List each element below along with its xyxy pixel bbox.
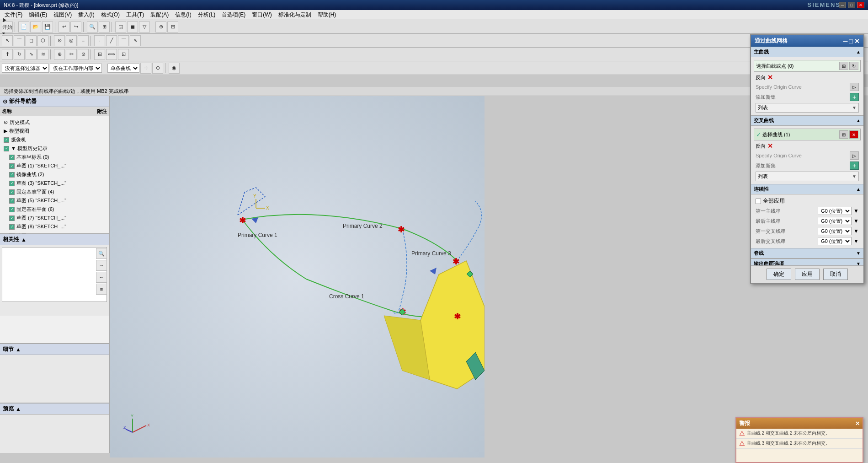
related-forward[interactable]: → [96, 260, 107, 271]
tree-history[interactable]: ✓ ▼ 模型历史记录 [2, 144, 107, 153]
revolve-btn[interactable]: ↻ [14, 49, 25, 60]
apply-button[interactable]: 应用 [795, 269, 820, 280]
menu-analysis[interactable]: 分析(L) [195, 10, 218, 20]
zoom-button[interactable]: 🔍 [87, 22, 98, 32]
tree-sketch3[interactable]: ✓ 草图 (3) "SKETCH_..." [2, 179, 107, 188]
trim-btn[interactable]: ✂ [66, 49, 77, 60]
related-back[interactable]: ← [96, 272, 107, 283]
solid-tool[interactable]: ⬡ [37, 35, 48, 46]
origin-cross-btn[interactable]: ▷ [850, 151, 859, 160]
scale-btn[interactable]: ⊡ [118, 49, 129, 60]
grid-button[interactable]: ⊞ [167, 22, 178, 32]
last-cross-select[interactable]: G0 (位置) [818, 237, 852, 245]
menu-info[interactable]: 信息(I) [172, 10, 194, 20]
render-mode-button[interactable]: ◼ [127, 22, 138, 32]
tree-datum6[interactable]: ✓ 固定基准平面 (6) [2, 205, 107, 214]
menu-help[interactable]: 帮助(H) [315, 10, 339, 20]
cancel-button[interactable]: 取消 [823, 269, 848, 280]
viewport[interactable]: ✱ ✱ ✱ ✱ ✱ Primary Curve 1 Primary Curve … [110, 96, 485, 458]
cross-list-dropdown[interactable]: 列表 ▼ [756, 172, 859, 181]
menu-customize[interactable]: 标准化与定制 [276, 10, 314, 20]
point-tool[interactable]: · [94, 35, 105, 46]
add-cross-btn[interactable]: + [850, 162, 859, 170]
menu-view[interactable]: 视图(V) [51, 10, 75, 20]
menu-assembly[interactable]: 装配(A) [148, 10, 171, 20]
dialog-close[interactable]: ✕ [854, 38, 860, 45]
save-button[interactable]: 💾 [42, 22, 53, 32]
related-search[interactable]: 🔍 [96, 248, 107, 259]
redo-button[interactable]: ↪ [70, 22, 81, 32]
tree-camera[interactable]: ✓ 摄像机 [2, 135, 107, 144]
detail-expand[interactable]: ▲ [16, 346, 21, 353]
snap-settings[interactable]: ⊹ [140, 63, 151, 74]
related-expand[interactable]: ▲ [21, 237, 27, 243]
tree-datum[interactable]: ✓ 基准坐标系 (0) [2, 153, 107, 162]
fit-button[interactable]: ⊞ [99, 22, 110, 32]
blend-btn[interactable]: ≋ [37, 49, 48, 60]
arc-tool[interactable]: ⌒ [118, 35, 129, 46]
point-type[interactable]: ⊙ [152, 63, 163, 74]
layer[interactable]: ≡ [78, 35, 89, 46]
spline-tool[interactable]: ∿ [130, 35, 141, 46]
line-tool[interactable]: ╱ [106, 35, 117, 46]
close-button[interactable]: ✕ [857, 2, 864, 8]
extrude-btn[interactable]: ⬆ [2, 49, 13, 60]
sweep-btn[interactable]: ∿ [26, 49, 37, 60]
pattern-btn[interactable]: ⊞ [94, 49, 105, 60]
quick-view[interactable]: ◉ [169, 63, 180, 74]
tree-sketch5[interactable]: ✓ 草图 (5) "SKETCH_..." [2, 196, 107, 205]
select-cross-curves-row[interactable]: ✓ 选择曲线 (1) ⊞ ✕ [754, 129, 861, 140]
first-primary-select[interactable]: G0 (位置) G1 (切线) G2 (曲率) [818, 207, 852, 215]
menu-window[interactable]: 窗口(W) [249, 10, 274, 20]
open-button[interactable]: 📂 [30, 22, 41, 32]
tree-sketch1[interactable]: ✓ 草图 (1) "SKETCH_..." [2, 162, 107, 170]
menu-insert[interactable]: 插入(I) [75, 10, 97, 20]
filter-select[interactable]: 没有选择过滤器 [2, 64, 49, 73]
obj-select[interactable]: ⊙ [54, 35, 65, 46]
warning-close[interactable]: ✕ [855, 420, 860, 427]
offset-btn[interactable]: ⊘ [78, 49, 89, 60]
undo-button[interactable]: ↩ [59, 22, 69, 32]
boolean-btn[interactable]: ⊕ [54, 49, 65, 60]
dialog-maximize[interactable]: □ [849, 38, 853, 45]
mirror-btn[interactable]: ⟺ [106, 49, 117, 60]
select-primary-btn2[interactable]: ↻ [849, 62, 858, 70]
select-primary-curves-row[interactable]: 选择曲线或点 (0) ⊞ ↻ [754, 60, 861, 72]
select-cross-btn1[interactable]: ⊞ [839, 130, 848, 139]
hide-show[interactable]: ◎ [66, 35, 77, 46]
add-primary-btn[interactable]: + [850, 93, 859, 101]
new-button[interactable]: 📄 [18, 22, 29, 32]
curve-tool[interactable]: ⌒ [14, 35, 25, 46]
primary-list-dropdown[interactable]: 列表 ▼ [756, 103, 859, 113]
select-button[interactable]: ↖ [2, 35, 13, 46]
tree-sketch8[interactable]: ✓ 草图 (8) "SKETCH_..." [2, 222, 107, 231]
view-orient-button[interactable]: ◲ [115, 22, 126, 32]
select-primary-btn1[interactable]: ⊞ [839, 62, 848, 70]
last-primary-select[interactable]: G0 (位置) [818, 217, 852, 225]
tree-history-mode[interactable]: ⊙ 历史模式 [2, 118, 107, 127]
maximize-button[interactable]: □ [848, 2, 855, 8]
menu-preferences[interactable]: 首选项(E) [219, 10, 248, 20]
first-cross-select[interactable]: G0 (位置) [818, 227, 852, 235]
cross-curves-section-header[interactable]: 交叉曲线 ▲ [751, 115, 863, 126]
origin-primary-btn[interactable]: ▷ [850, 83, 859, 91]
related-options[interactable]: ≡ [96, 284, 107, 295]
primary-curves-section-header[interactable]: 主曲线 ▲ [751, 47, 863, 57]
perspective-button[interactable]: ▽ [139, 22, 150, 32]
curve-type-select[interactable]: 单条曲线 [107, 64, 139, 73]
tree-model-views[interactable]: ▶ 模型视图 [2, 127, 107, 135]
apply-all-checkbox[interactable] [756, 199, 761, 204]
tree-mirror[interactable]: ✓ 镜像曲线 (2) [2, 170, 107, 179]
spine-section-header[interactable]: 脊线 ▼ [751, 248, 863, 258]
scope-select[interactable]: 仅在工作部件内部 [50, 64, 102, 73]
start-button[interactable]: ▶ 开始▾ [2, 22, 13, 32]
ok-button[interactable]: 确定 [767, 269, 791, 280]
continuity-section-header[interactable]: 连续性 ▲ [751, 184, 863, 194]
snap-button[interactable]: ⊕ [155, 22, 166, 32]
tree-datum4[interactable]: ✓ 固定基准平面 (4) [2, 188, 107, 196]
preview-expand[interactable]: ▲ [16, 406, 21, 412]
menu-format[interactable]: 格式(O) [98, 10, 122, 20]
surface-tool[interactable]: ◻ [26, 35, 37, 46]
select-cross-btn2[interactable]: ✕ [849, 130, 858, 139]
tree-sketch7[interactable]: ✓ 草图 (7) "SKETCH_..." [2, 214, 107, 222]
